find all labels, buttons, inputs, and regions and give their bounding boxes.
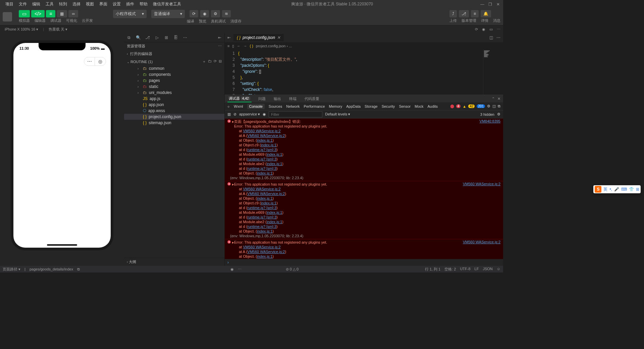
- output-tab[interactable]: 输出: [272, 96, 282, 102]
- capsule-close-icon[interactable]: ◎: [95, 57, 106, 65]
- network-tab[interactable]: Network: [286, 104, 300, 108]
- minimize-icon[interactable]: —: [480, 2, 484, 6]
- menu-help[interactable]: 帮助: [137, 1, 150, 7]
- hidden-count[interactable]: 3 hidden: [480, 112, 494, 116]
- language-status[interactable]: JSON: [483, 267, 492, 272]
- dock-icon[interactable]: ◫: [492, 104, 496, 108]
- info-count[interactable]: 201: [477, 104, 485, 108]
- error-count[interactable]: 4: [456, 104, 461, 108]
- collapse-all-icon[interactable]: ⊟: [219, 59, 222, 64]
- bookmark-icon[interactable]: ▯: [232, 44, 234, 48]
- file-tab[interactable]: { } project.config.json ✕: [233, 34, 284, 41]
- wxml-tab[interactable]: Wxml: [234, 104, 243, 108]
- levels-select[interactable]: Default levels ▾: [325, 112, 350, 116]
- console-input[interactable]: ›: [225, 259, 503, 266]
- debugger-button[interactable]: ≡: [46, 10, 55, 17]
- toggle-left-icon[interactable]: ⇤: [225, 35, 233, 40]
- upload-button[interactable]: ⤴: [449, 10, 457, 17]
- new-file-icon[interactable]: ＋: [202, 59, 206, 64]
- tree-item-common[interactable]: ›🗀common: [124, 65, 224, 71]
- avatar[interactable]: [3, 12, 12, 21]
- security-tab[interactable]: Security: [382, 104, 395, 108]
- version-button[interactable]: ⎇: [459, 10, 469, 17]
- close-icon[interactable]: ✕: [497, 97, 500, 101]
- tree-item-app-json[interactable]: { }app.json: [124, 102, 224, 108]
- source-link[interactable]: VM560 WAService.js:2: [463, 182, 500, 186]
- warn-count[interactable]: 42: [468, 104, 475, 108]
- sidebar-icon[interactable]: ▥: [227, 112, 231, 116]
- gear-icon[interactable]: ⚙: [497, 112, 500, 116]
- tree-item-app-wxss[interactable]: ⎔app.wxss: [124, 108, 224, 114]
- debugger-tab[interactable]: 调试器 4,42: [227, 95, 252, 102]
- mock-tab[interactable]: Mock: [415, 104, 423, 108]
- tree-item-uni_modules[interactable]: ›🗀uni_modules: [124, 90, 224, 96]
- breadcrumb-text[interactable]: project.config.json › ...: [256, 44, 292, 48]
- console-tab[interactable]: Console: [247, 104, 265, 109]
- code-editor[interactable]: 123456789 { "description": "项目配置文件。", "p…: [225, 50, 503, 95]
- page-path-label[interactable]: 页面路径 ▾: [3, 267, 20, 272]
- details-button[interactable]: ≡: [471, 10, 479, 17]
- db-icon[interactable]: 🗄: [172, 34, 179, 41]
- feedback-icon[interactable]: ☺: [497, 267, 500, 272]
- terminal-tab[interactable]: 终端: [288, 96, 298, 102]
- more-icon[interactable]: ⋯: [182, 34, 189, 41]
- menu-select[interactable]: 选择: [70, 1, 83, 7]
- list-icon[interactable]: ≡: [227, 44, 229, 48]
- remote-debug-button[interactable]: ⚙: [211, 10, 220, 17]
- console-filter[interactable]: [269, 111, 322, 117]
- close-icon[interactable]: ✕: [496, 2, 500, 6]
- clear-icon[interactable]: ⊘: [233, 112, 236, 116]
- visual-button[interactable]: ▦: [57, 10, 67, 17]
- compile-select[interactable]: 普通编译▾: [151, 10, 185, 18]
- page-path[interactable]: pages/goods_details/index: [30, 267, 73, 271]
- notifications-button[interactable]: 🔔: [481, 10, 491, 17]
- open-editors-section[interactable]: › 打开的编辑器: [124, 50, 224, 58]
- source-link[interactable]: VM840:8395: [480, 119, 500, 123]
- split-icon[interactable]: ◫: [489, 35, 493, 40]
- collapse-icon[interactable]: ⇤: [216, 34, 223, 41]
- menu-file[interactable]: 文件: [16, 1, 30, 7]
- encoding-status[interactable]: UTF-8: [460, 267, 470, 272]
- back-icon[interactable]: ←: [237, 44, 240, 48]
- outline-section[interactable]: › 大纲: [124, 258, 224, 266]
- menu-project[interactable]: 项目: [3, 1, 16, 7]
- git-icon[interactable]: ⎇: [144, 34, 151, 41]
- forward-icon[interactable]: →: [243, 44, 247, 48]
- tree-item-project-config-json[interactable]: { }project.config.json: [124, 114, 224, 120]
- problems-tab[interactable]: 问题: [257, 96, 267, 102]
- files-icon[interactable]: ⧉: [125, 34, 132, 41]
- device-select[interactable]: iPhone X 100% 16 ▾: [3, 27, 40, 32]
- menu-view[interactable]: 视图: [83, 1, 97, 7]
- more-icon[interactable]: ⋯: [497, 27, 500, 32]
- tree-item-static[interactable]: ›🗀static: [124, 84, 224, 90]
- gear-icon[interactable]: ⚙: [487, 104, 490, 108]
- search-icon[interactable]: 🔍: [135, 34, 142, 41]
- eol-status[interactable]: LF: [475, 267, 479, 272]
- menu-ui[interactable]: 界面: [97, 1, 110, 7]
- tab-close-icon[interactable]: ✕: [277, 35, 280, 40]
- codequality-tab[interactable]: 代码质量: [303, 96, 321, 102]
- device-icon[interactable]: ▭: [489, 27, 493, 32]
- menu-settings[interactable]: 设置: [110, 1, 123, 7]
- menu-edit[interactable]: 编辑: [30, 1, 43, 7]
- menu-wxdev[interactable]: 微信开发者工具: [150, 1, 184, 7]
- appdata-tab[interactable]: AppData: [346, 104, 361, 108]
- problems-status[interactable]: ⊘ 0 △ 0: [286, 267, 299, 271]
- menu-goto[interactable]: 转到: [56, 1, 70, 7]
- cloud-button[interactable]: ∞: [68, 10, 78, 17]
- tree-item-pages[interactable]: ›🗀pages: [124, 78, 224, 84]
- hotreload-toggle[interactable]: 热重载 关 ▾: [47, 26, 69, 33]
- performance-tab[interactable]: Performance: [304, 104, 325, 108]
- ext-icon[interactable]: ⊞: [163, 34, 170, 41]
- more-icon[interactable]: ⋯: [238, 267, 241, 271]
- clear-cache-button[interactable]: ≋: [222, 10, 231, 17]
- memory-tab[interactable]: Memory: [329, 104, 342, 108]
- context-select[interactable]: appservice ▾: [239, 112, 260, 116]
- inspect-icon[interactable]: ⟐: [227, 104, 230, 108]
- popout-icon[interactable]: ⧉: [498, 104, 500, 108]
- tree-item-components[interactable]: ›🗀components: [124, 71, 224, 78]
- capsule-menu-icon[interactable]: ⋯: [84, 57, 95, 65]
- record-icon[interactable]: ◉: [482, 27, 485, 32]
- storage-tab[interactable]: Storage: [365, 104, 378, 108]
- project-section[interactable]: ⌄ ROUTINE (1) ＋ 🗀 ⟳ ⊟: [124, 58, 224, 65]
